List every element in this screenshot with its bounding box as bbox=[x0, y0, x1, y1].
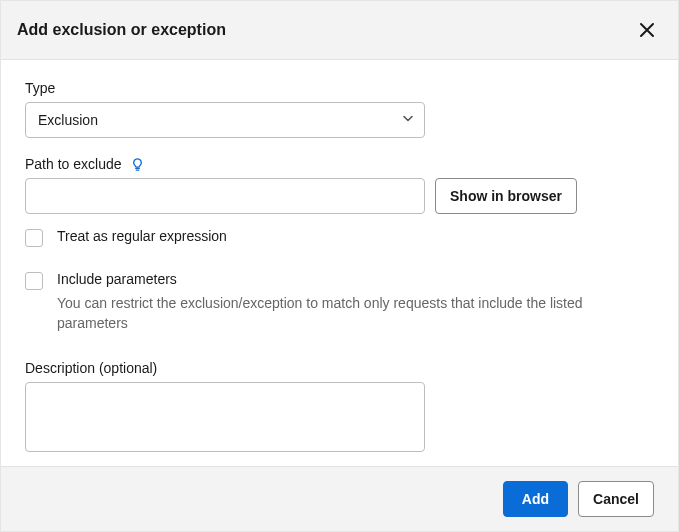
dialog-footer: Add Cancel bbox=[1, 466, 678, 531]
include-params-row: Include parameters You can restrict the … bbox=[25, 271, 654, 334]
dialog-title: Add exclusion or exception bbox=[17, 21, 226, 39]
regex-checkbox-label: Treat as regular expression bbox=[57, 228, 227, 244]
add-exclusion-dialog: Add exclusion or exception Type Exclusio… bbox=[0, 0, 679, 532]
include-params-checkbox[interactable] bbox=[25, 272, 43, 290]
description-field: Description (optional) bbox=[25, 360, 654, 455]
type-select-value: Exclusion bbox=[38, 112, 98, 128]
close-icon bbox=[638, 27, 656, 42]
path-input[interactable] bbox=[25, 178, 425, 214]
dialog-header: Add exclusion or exception bbox=[1, 1, 678, 60]
close-button[interactable] bbox=[634, 17, 660, 43]
type-label: Type bbox=[25, 80, 654, 96]
include-params-label: Include parameters bbox=[57, 271, 177, 287]
type-select-wrap: Exclusion bbox=[25, 102, 425, 138]
path-field: Path to exclude Show in browser bbox=[25, 156, 654, 214]
lightbulb-icon[interactable] bbox=[130, 157, 145, 172]
description-label: Description (optional) bbox=[25, 360, 654, 376]
cancel-button[interactable]: Cancel bbox=[578, 481, 654, 517]
show-in-browser-button[interactable]: Show in browser bbox=[435, 178, 577, 214]
add-button[interactable]: Add bbox=[503, 481, 568, 517]
type-select[interactable]: Exclusion bbox=[25, 102, 425, 138]
type-field: Type Exclusion bbox=[25, 80, 654, 138]
regex-checkbox[interactable] bbox=[25, 229, 43, 247]
include-params-helper: You can restrict the exclusion/exception… bbox=[57, 293, 654, 334]
description-textarea[interactable] bbox=[25, 382, 425, 452]
regex-checkbox-row: Treat as regular expression bbox=[25, 228, 654, 247]
dialog-body: Type Exclusion Path to exclude bbox=[1, 60, 678, 466]
path-label: Path to exclude bbox=[25, 156, 122, 172]
